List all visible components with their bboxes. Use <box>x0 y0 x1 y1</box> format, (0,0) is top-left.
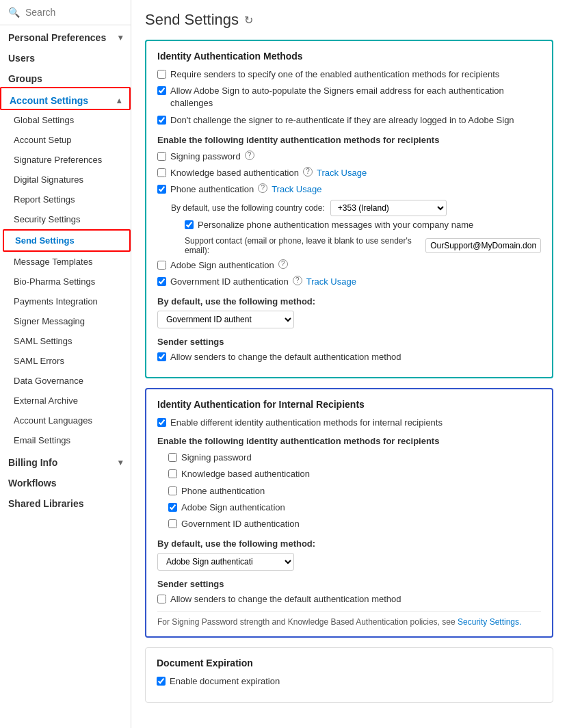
checkbox-int-knowledge-based-input[interactable] <box>168 469 177 478</box>
sidebar-item-shared-libraries[interactable]: Shared Libraries <box>0 491 131 512</box>
section1-title: Identity Authentication Methods <box>157 51 541 62</box>
checkbox-int-gov-id-auth: Government ID authentication <box>168 518 541 530</box>
checkbox-int-knowledge-based: Knowledge based authentication <box>168 468 541 480</box>
sidebar-item-users[interactable]: Users <box>0 46 131 66</box>
checkbox-enable-doc-exp-input[interactable] <box>157 677 166 686</box>
page-title: Send Settings <box>145 11 239 29</box>
default-method-select-1[interactable]: Government ID authent <box>157 311 294 328</box>
checkbox-allow-senders-2-input[interactable] <box>157 595 166 603</box>
country-code-row: By default, use the following country co… <box>171 200 541 216</box>
sidebar-item-send-settings[interactable]: Send Settings <box>3 229 131 252</box>
checkbox-allow-senders-2: Allow senders to change the default auth… <box>157 593 541 606</box>
sidebar-item-global-settings[interactable]: Global Settings <box>3 110 131 130</box>
country-code-select[interactable]: +353 (Ireland) <box>330 200 447 216</box>
default-method-section2: By default, use the following method: Ad… <box>157 538 541 571</box>
help-icon-phone-auth[interactable]: ? <box>258 183 267 193</box>
sidebar-item-personal-preferences[interactable]: Personal Preferences ▾ <box>0 25 131 46</box>
section2-title: Identity Authentication for Internal Rec… <box>157 399 541 410</box>
help-icon-signing-password[interactable]: ? <box>245 151 254 160</box>
checkbox-int-gov-id-auth-input[interactable] <box>168 519 177 528</box>
checkbox-int-phone-auth: Phone authentication <box>168 485 541 497</box>
sidebar-item-external-archive[interactable]: External Archive <box>3 391 131 411</box>
chevron-down-icon-billing: ▾ <box>118 458 122 467</box>
search-input[interactable] <box>25 7 122 18</box>
track-usage-link-phone[interactable]: Track Usage <box>272 183 321 196</box>
account-settings-sub-items: Global Settings Account Setup Signature … <box>0 110 131 450</box>
support-contact-row: Support contact (email or phone, leave i… <box>185 236 541 255</box>
track-usage-link-gov-id[interactable]: Track Usage <box>306 276 356 288</box>
sidebar-item-groups[interactable]: Groups <box>0 66 131 87</box>
checkbox-phone-auth-input[interactable] <box>157 185 166 194</box>
footer-note: For Signing Password strength and Knowle… <box>157 611 541 627</box>
checkbox-enable-different-input[interactable] <box>157 418 166 427</box>
sidebar-item-data-governance[interactable]: Data Governance <box>3 371 131 391</box>
chevron-down-icon: ▾ <box>118 33 122 42</box>
main-content: Send Settings ↻ Identity Authentication … <box>131 0 567 728</box>
checkbox-int-signing-password: Signing password <box>168 452 541 464</box>
checkbox-knowledge-based-input[interactable] <box>157 168 166 177</box>
sidebar-item-security-settings[interactable]: Security Settings <box>3 209 131 229</box>
help-icon-adobe-sign[interactable]: ? <box>278 259 288 269</box>
sidebar-item-message-templates[interactable]: Message Templates <box>3 252 131 272</box>
checkbox-require-senders-input[interactable] <box>157 70 166 79</box>
sidebar-item-account-setup[interactable]: Account Setup <box>3 130 131 150</box>
default-method-label-2: By default, use the following method: <box>157 538 541 549</box>
sidebar-item-signature-preferences[interactable]: Signature Preferences <box>3 150 131 170</box>
sidebar: 🔍 Personal Preferences ▾ Users Groups Ac… <box>0 0 131 728</box>
checkbox-dont-challenge: Don't challenge the signer to re-authent… <box>157 114 541 127</box>
checkbox-signing-password: Signing password ? <box>157 151 541 163</box>
checkbox-knowledge-based: Knowledge based authentication ? Track U… <box>157 167 541 179</box>
sidebar-item-account-languages[interactable]: Account Languages <box>3 411 131 430</box>
section-identity-auth: Identity Authentication Methods Require … <box>145 40 553 378</box>
sidebar-item-saml-errors[interactable]: SAML Errors <box>3 351 131 371</box>
search-bar[interactable]: 🔍 <box>0 0 131 25</box>
sidebar-item-billing-info[interactable]: Billing Info ▾ <box>0 450 131 471</box>
section-document-expiration: Document Expiration Enable document expi… <box>145 647 553 702</box>
checkbox-enable-doc-exp: Enable document expiration <box>157 675 542 688</box>
support-contact-input[interactable] <box>425 238 541 253</box>
page-title-row: Send Settings ↻ <box>145 11 553 29</box>
checkbox-enable-different: Enable different identity authentication… <box>157 417 541 429</box>
search-icon: 🔍 <box>8 7 20 18</box>
checkbox-personalize-phone-input[interactable] <box>185 220 194 229</box>
checkbox-adobe-sign-auth-input[interactable] <box>157 261 166 270</box>
sidebar-item-report-settings[interactable]: Report Settings <box>3 190 131 209</box>
sidebar-item-workflows[interactable]: Workflows <box>0 471 131 491</box>
refresh-icon[interactable]: ↻ <box>244 14 253 27</box>
section3-title: Document Expiration <box>157 658 542 668</box>
default-method-label-1: By default, use the following method: <box>157 296 541 307</box>
sidebar-item-email-settings[interactable]: Email Settings <box>3 430 131 450</box>
enable-methods-title: Enable the following identity authentica… <box>157 135 541 145</box>
checkbox-signing-password-input[interactable] <box>157 152 166 161</box>
track-usage-link-knowledge[interactable]: Track Usage <box>317 167 367 179</box>
checkbox-allow-adobe-auto: Allow Adobe Sign to auto-populate the Si… <box>157 85 541 109</box>
sidebar-item-signer-messaging[interactable]: Signer Messaging <box>3 311 131 331</box>
sidebar-item-bio-pharma-settings[interactable]: Bio-Pharma Settings <box>3 272 131 291</box>
sidebar-item-digital-signatures[interactable]: Digital Signatures <box>3 170 131 190</box>
checkbox-phone-auth: Phone authentication ? Track Usage <box>157 183 541 196</box>
security-settings-link[interactable]: Security Settings. <box>458 617 521 627</box>
sidebar-item-saml-settings[interactable]: SAML Settings <box>3 331 131 351</box>
default-method-section1: By default, use the following method: Go… <box>157 296 541 328</box>
checkbox-personalize-phone: Personalize phone authentication message… <box>185 219 541 231</box>
sidebar-item-account-settings[interactable]: Account Settings ▴ <box>0 87 131 110</box>
checkbox-allow-senders-1: Allow senders to change the default auth… <box>157 351 541 363</box>
default-method-select-2[interactable]: Adobe Sign authenticati <box>157 553 294 571</box>
checkbox-int-phone-auth-input[interactable] <box>168 486 177 495</box>
sender-settings-title-1: Sender settings <box>157 337 541 347</box>
chevron-up-icon: ▴ <box>117 96 121 105</box>
checkbox-int-adobe-sign-auth-input[interactable] <box>168 503 177 512</box>
checkbox-gov-id-auth: Government ID authentication ? Track Usa… <box>157 276 541 288</box>
checkbox-allow-adobe-auto-input[interactable] <box>157 86 166 95</box>
checkbox-dont-challenge-input[interactable] <box>157 116 166 125</box>
help-icon-gov-id[interactable]: ? <box>293 276 302 285</box>
sender-settings-title-2: Sender settings <box>157 579 541 589</box>
checkbox-allow-senders-1-input[interactable] <box>157 352 166 361</box>
help-icon-knowledge-based[interactable]: ? <box>303 167 313 177</box>
sidebar-item-payments-integration[interactable]: Payments Integration <box>3 291 131 311</box>
checkbox-int-signing-password-input[interactable] <box>168 453 177 462</box>
checkbox-int-adobe-sign-auth: Adobe Sign authentication <box>168 502 541 514</box>
checkbox-require-senders: Require senders to specify one of the en… <box>157 68 541 81</box>
enable-methods-title-2: Enable the following identity authentica… <box>157 436 541 446</box>
checkbox-gov-id-auth-input[interactable] <box>157 277 166 286</box>
